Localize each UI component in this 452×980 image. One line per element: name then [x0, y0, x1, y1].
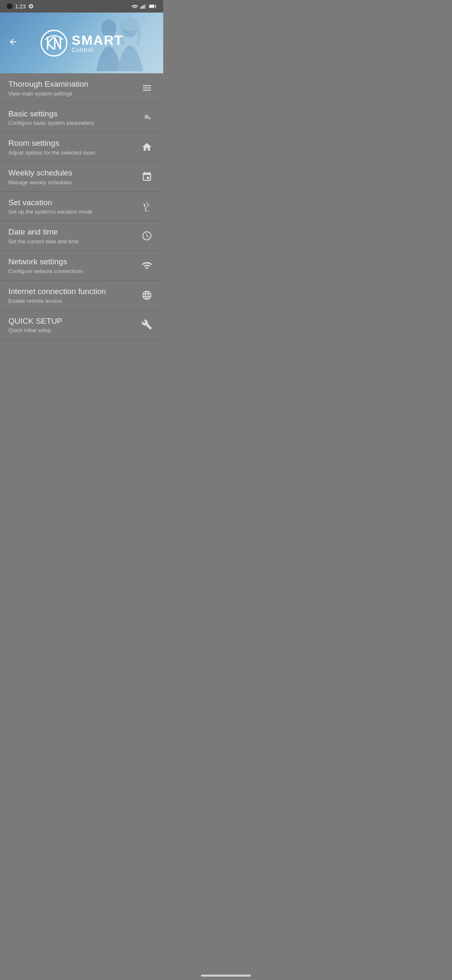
weekly-schedules-icon [139, 169, 155, 185]
svg-rect-1 [142, 6, 143, 9]
menu-subtitle-network-settings: Configure network connections [8, 268, 139, 274]
network-settings-icon [139, 258, 155, 273]
wifi-status-icon [131, 4, 138, 9]
header-banner: SMART Control [0, 13, 163, 73]
logo-text: SMART Control [72, 34, 123, 53]
thorough-examination-icon [139, 80, 155, 96]
menu-title-room-settings: Room settings [8, 138, 139, 149]
menu-subtitle-weekly-schedules: Manage weekly schedules [8, 179, 139, 186]
menu-subtitle-basic-settings: Configure basic system parameters [8, 120, 139, 126]
svg-rect-5 [155, 6, 156, 7]
menu-subtitle-thorough-examination: View main system settings [8, 90, 139, 97]
back-button[interactable] [8, 37, 18, 49]
status-bar: 1:23 [0, 0, 163, 13]
camera-icon [7, 3, 13, 9]
menu-item-network-settings[interactable]: Network settings Configure network conne… [0, 251, 163, 281]
set-vacation-icon [139, 199, 155, 214]
svg-rect-0 [141, 7, 141, 9]
menu-item-weekly-schedules[interactable]: Weekly schedules Manage weekly schedules [0, 162, 163, 192]
menu-subtitle-date-and-time: Set the current date and time [8, 238, 139, 245]
signal-status-icon [141, 4, 146, 9]
menu-subtitle-set-vacation: Set up the system's vacation mode [8, 209, 139, 215]
quick-setup-icon [139, 317, 155, 333]
basic-settings-icon [139, 110, 155, 126]
menu-title-set-vacation: Set vacation [8, 198, 139, 208]
bottom-area [0, 340, 163, 432]
menu-item-room-settings[interactable]: Room settings Adjust options for the sel… [0, 132, 163, 162]
svg-point-11 [144, 210, 150, 211]
logo-container: SMART Control [40, 29, 123, 57]
menu-item-thorough-examination[interactable]: Thorough Examination View main system se… [0, 73, 163, 103]
menu-title-weekly-schedules: Weekly schedules [8, 168, 139, 178]
menu-title-basic-settings: Basic settings [8, 109, 139, 119]
menu-title-date-and-time: Date and time [8, 227, 139, 237]
status-time: 1:23 [15, 3, 26, 10]
menu-item-internet-connection[interactable]: Internet connection function Enable remo… [0, 281, 163, 310]
menu-item-basic-settings[interactable]: Basic settings Configure basic system pa… [0, 103, 163, 133]
menu-title-network-settings: Network settings [8, 257, 139, 267]
date-time-icon [139, 228, 155, 244]
svg-rect-6 [149, 5, 154, 8]
menu-item-set-vacation[interactable]: Set vacation Set up the system's vacatio… [0, 192, 163, 222]
logo-control-label: Control [72, 47, 123, 53]
status-left: 1:23 [7, 3, 34, 10]
menu-subtitle-quick-setup: Quick initial setup [8, 327, 139, 333]
menu-title-internet-connection: Internet connection function [8, 286, 139, 297]
menu-item-quick-setup[interactable]: QUICK SETUP Quick initial setup [0, 310, 163, 340]
svg-rect-3 [145, 4, 146, 9]
room-settings-icon [139, 139, 155, 155]
menu-subtitle-internet-connection: Enable remote access [8, 298, 139, 304]
internet-connection-icon [139, 287, 155, 303]
kan-logo [40, 29, 68, 57]
logo-smart-label: SMART [72, 34, 123, 47]
menu-subtitle-room-settings: Adjust options for the selected room [8, 150, 139, 156]
svg-rect-2 [144, 5, 144, 9]
menu-title-quick-setup: QUICK SETUP [8, 316, 139, 327]
menu-title-thorough-examination: Thorough Examination [8, 79, 139, 90]
battery-status-icon [149, 4, 157, 9]
settings-status-icon [28, 3, 34, 9]
menu-list: Thorough Examination View main system se… [0, 73, 163, 340]
status-right [131, 4, 157, 9]
menu-item-date-and-time[interactable]: Date and time Set the current date and t… [0, 221, 163, 251]
